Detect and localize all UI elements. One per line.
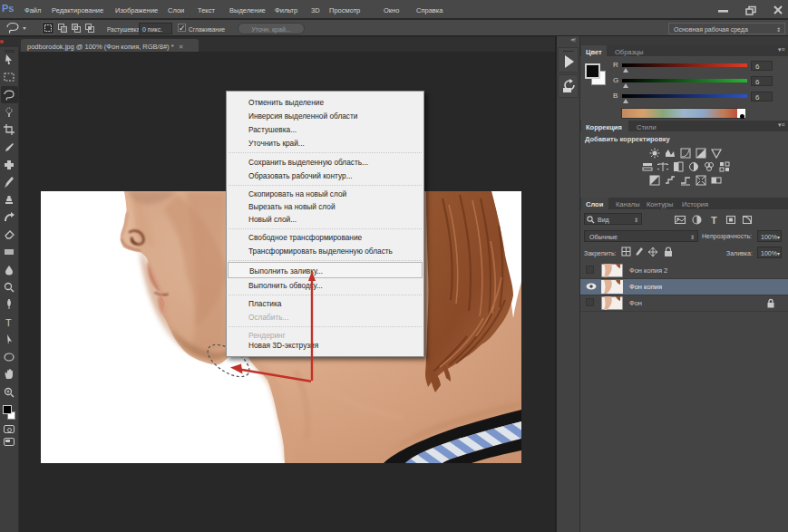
svg-text:T: T [5,317,12,328]
svg-text:T: T [711,215,717,225]
